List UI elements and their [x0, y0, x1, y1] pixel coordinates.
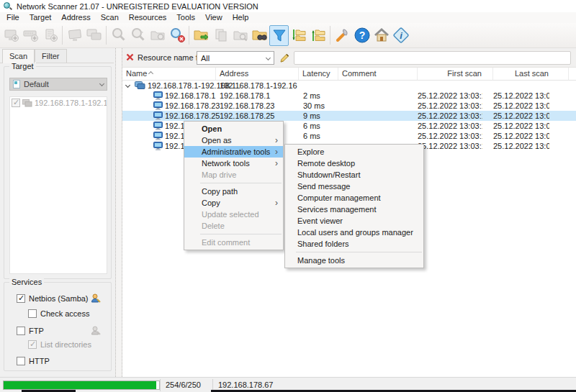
service-list-directories[interactable]: List directories	[28, 339, 91, 350]
row-latency: 6 ms	[303, 131, 338, 141]
context-menu-item-open[interactable]: Open	[184, 123, 283, 135]
options-button[interactable]	[333, 25, 352, 46]
menu-address[interactable]: Address	[56, 12, 95, 23]
computer-icon	[153, 101, 163, 110]
add-computer-button[interactable]	[1, 25, 21, 46]
submenu-item-services-management[interactable]: Services management	[285, 204, 423, 215]
panel-splitter[interactable]	[115, 48, 122, 377]
import-tree-button[interactable]	[308, 25, 328, 46]
context-menu: Open Open as› Administrative tools› Netw…	[184, 121, 284, 250]
resource-filter-input[interactable]	[294, 51, 571, 65]
service-http[interactable]: HTTP	[17, 356, 50, 366]
column-header-comment[interactable]: Comment	[338, 68, 418, 81]
find-resource-button[interactable]	[230, 25, 250, 46]
row-first-scan: 25.12.2022 13:03:14	[418, 121, 482, 131]
submenu-item-shutdown-restart[interactable]: Shutdown/Restart	[285, 169, 423, 181]
submenu-arrow-icon: ›	[275, 158, 278, 169]
context-menu-item-administrative-tools[interactable]: Administrative tools›	[184, 146, 283, 158]
search-button[interactable]	[109, 25, 128, 46]
row-last-scan: 25.12.2022 13:03:14	[493, 91, 549, 101]
target-groupbox: Target Default 192.168.178.1-192.1...	[4, 66, 112, 279]
context-menu-item-copy[interactable]: Copy›	[184, 197, 283, 209]
export-tree-button[interactable]	[289, 25, 308, 46]
scan-progress-fill	[4, 381, 156, 389]
service-check-access[interactable]: Check access	[28, 309, 89, 319]
open-resource-button[interactable]	[192, 25, 211, 46]
table-header: Name Address Latency Comment First scan …	[122, 68, 576, 81]
search-resources-button[interactable]	[250, 25, 269, 46]
ftp-checkbox[interactable]	[17, 327, 25, 335]
menu-resources[interactable]: Resources	[124, 12, 172, 23]
column-header-last-scan[interactable]: Last scan	[493, 68, 569, 81]
table-row-host-selected[interactable]: 192.168.178.25 192.168.178.25 9 ms 25.12…	[122, 111, 576, 121]
clear-filter-icon[interactable]	[126, 53, 134, 61]
column-header-latency[interactable]: Latency	[299, 68, 338, 81]
help-button[interactable]: ?	[352, 25, 372, 46]
check-access-checkbox[interactable]	[28, 309, 37, 318]
scan-computers-button[interactable]	[84, 25, 104, 46]
table-row-host[interactable]: 192.168.178.1 192.168.178.1 2 ms 25.12.2…	[122, 91, 576, 101]
services-groupbox: Services Netbios (Samba) Check access FT…	[4, 282, 112, 371]
row-latency: 6 ms	[303, 121, 338, 131]
user-auth-icon[interactable]	[91, 293, 101, 304]
context-menu-item-copy-path[interactable]: Copy path	[184, 186, 283, 197]
filter-button[interactable]	[269, 25, 289, 46]
context-menu-item-network-tools[interactable]: Network tools›	[184, 158, 283, 169]
menu-tools[interactable]: Tools	[171, 12, 200, 23]
target-list[interactable]: 192.168.178.1-192.1...	[9, 96, 107, 274]
resource-filter-dropdown[interactable]: All	[197, 51, 274, 65]
menu-view[interactable]: View	[200, 12, 228, 23]
list-directories-checkbox[interactable]	[28, 340, 37, 349]
service-netbios[interactable]: Netbios (Samba)	[17, 293, 89, 304]
submenu-item-local-users-groups[interactable]: Local users and groups manager	[285, 227, 423, 238]
context-menu-item-edit-comment: Edit comment	[184, 237, 283, 248]
table-row-group[interactable]: 192.168.178.1-192.168.1... 192.168.178.1…	[122, 81, 576, 91]
submenu-item-manage-tools[interactable]: Manage tools	[285, 255, 423, 266]
row-address: 192.168.178.25	[220, 111, 297, 121]
column-header-name[interactable]: Name	[122, 68, 216, 81]
add-computer-icon	[3, 27, 20, 44]
sidebar: Scan Filter Target Default 192.168.178.1…	[0, 48, 115, 377]
copy-gray-icon	[212, 27, 230, 44]
menu-file[interactable]: File	[1, 12, 24, 23]
rescan-button[interactable]	[128, 25, 148, 46]
scan-computer-button[interactable]	[65, 25, 84, 46]
submenu-item-explore[interactable]: Explore	[285, 146, 423, 158]
target-dropdown[interactable]: Default	[9, 78, 107, 91]
copy-resource-button[interactable]	[211, 25, 230, 46]
add-range-button[interactable]	[21, 25, 40, 46]
status-scanner-ip: 192.168.178.67	[218, 380, 273, 389]
scan-resources-button[interactable]	[148, 25, 167, 46]
stop-scan-button[interactable]	[167, 25, 186, 46]
about-button[interactable]: i	[391, 25, 410, 46]
table-row-host[interactable]: 192.168.178.23 192.168.178.23 30 ms 25.1…	[122, 101, 576, 111]
row-address: 192.168.178.23	[220, 101, 297, 111]
edit-filter-icon[interactable]	[278, 51, 291, 65]
tab-filter[interactable]: Filter	[35, 49, 66, 63]
chevron-down-icon	[99, 81, 104, 86]
export-tree-icon	[290, 27, 307, 44]
menu-help[interactable]: Help	[228, 12, 254, 23]
collapse-chevron-icon[interactable]	[125, 83, 130, 88]
netbios-checkbox[interactable]	[17, 294, 25, 303]
tab-scan[interactable]: Scan	[2, 49, 35, 63]
submenu-item-send-message[interactable]: Send message	[285, 181, 423, 192]
submenu-item-shared-folders[interactable]: Shared folders	[285, 238, 423, 250]
service-ftp[interactable]: FTP	[17, 326, 44, 336]
http-checkbox[interactable]	[17, 357, 25, 365]
column-header-first-scan[interactable]: First scan	[418, 68, 493, 81]
column-header-address[interactable]: Address	[216, 68, 299, 81]
menu-target[interactable]: Target	[24, 12, 57, 23]
row-first-scan: 25.12.2022 13:03:14	[418, 91, 482, 101]
homepage-button[interactable]	[372, 25, 391, 46]
submenu-item-remote-desktop[interactable]: Remote desktop	[285, 158, 423, 169]
add-list-button[interactable]	[40, 25, 60, 46]
submenu-item-event-viewer[interactable]: Event viewer	[285, 215, 423, 227]
target-item-checkbox[interactable]	[12, 99, 20, 107]
context-menu-item-open-as[interactable]: Open as›	[184, 135, 283, 146]
row-last-scan: 25.12.2022 13:03:14	[493, 131, 549, 141]
target-list-item[interactable]: 192.168.178.1-192.1...	[10, 97, 107, 109]
menu-scan[interactable]: Scan	[96, 12, 124, 23]
submenu-item-computer-management[interactable]: Computer management	[285, 192, 423, 204]
row-first-scan: 25.12.2022 13:03:14	[418, 101, 482, 111]
